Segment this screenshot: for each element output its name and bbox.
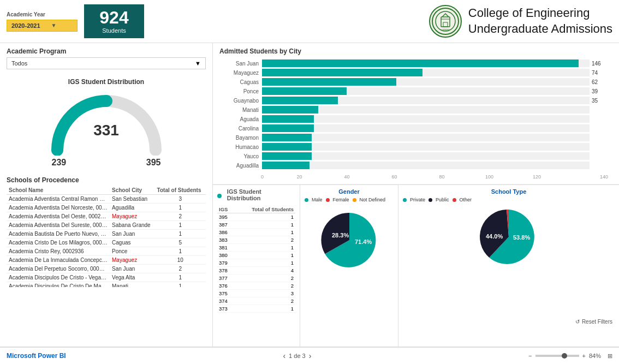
zoom-level: 84% — [589, 353, 601, 359]
female-legend-label: Female — [333, 197, 349, 202]
schools-table-row[interactable]: Academia Discipulos De Cristo De Manati,… — [7, 282, 206, 288]
school-city-cell: San Juan — [110, 265, 155, 273]
zoom-controls: − + 84% ⊞ — [528, 353, 612, 360]
bar-outer — [262, 152, 590, 160]
school-city-cell: Aguadilla — [110, 204, 155, 212]
bar-outer — [262, 59, 590, 67]
reset-icon: ↺ — [575, 319, 580, 325]
header-title-line1: College of Engineering — [468, 6, 590, 20]
igs-total: 1 — [234, 221, 295, 229]
igs-dist-row: 378 4 — [217, 267, 295, 275]
bar-outer — [262, 78, 590, 86]
schools-table-header: School Name School City Total of Student… — [7, 186, 206, 195]
igs-dist-row: 381 1 — [217, 244, 295, 252]
academic-year-block: Academic Year 2020-2021 ▼ — [7, 11, 78, 32]
schools-section: Schools of Procedence School Name School… — [7, 176, 206, 342]
schools-table-row[interactable]: Academia Cristo Rey, 0002936 Ponce 1 — [7, 247, 206, 256]
svg-text:44.0%: 44.0% — [486, 233, 503, 240]
igs-dist-panel: IGS Student Distribution IGS Total of St… — [213, 185, 300, 347]
gender-pie-svg: 71.4% 28.3% — [311, 205, 388, 276]
schools-table-row[interactable]: Academia De La Inmaculada Concepcion, 00… — [7, 256, 206, 265]
schools-table-row[interactable]: Academia Adventista Del Sureste, 0002753… — [7, 221, 206, 230]
bar-inner — [262, 59, 579, 67]
gauge-label-left: 239 — [52, 158, 67, 168]
igs-value: 380 — [217, 252, 234, 259]
igs-value: 381 — [217, 244, 234, 252]
other-legend-dot — [453, 198, 456, 202]
igs-value: 376 — [217, 282, 234, 290]
next-page-btn[interactable]: › — [309, 351, 312, 360]
school-total-cell: 2 — [155, 212, 206, 221]
bar-row: Humacao — [224, 143, 608, 151]
page-indicator: 1 de 3 — [289, 353, 306, 359]
igs-value: 395 — [217, 213, 234, 221]
school-name-cell: Academia Adventista Del Norceste, 000282… — [7, 204, 110, 212]
reset-filters-btn[interactable]: ↺ Reset Filters — [575, 319, 612, 325]
fit-screen-icon[interactable]: ⊞ — [608, 353, 612, 360]
bar-inner — [262, 152, 312, 160]
svg-text:28.3%: 28.3% — [332, 232, 349, 238]
school-type-pie-svg: 53.8% 44.0% — [465, 201, 552, 278]
svg-rect-2 — [441, 17, 450, 27]
prev-page-btn[interactable]: ‹ — [283, 351, 285, 360]
school-name-cell: Academia Cristo De Los Milagros, 0002845 — [7, 238, 110, 247]
school-name-cell: Academia Cristo Rey, 0002936 — [7, 247, 110, 256]
zoom-plus[interactable]: + — [582, 353, 586, 359]
academic-year-label: Academic Year — [7, 11, 78, 17]
bar-label: Manati — [224, 107, 262, 113]
bar-row: Guaynabo 35 — [224, 97, 608, 104]
gauge-container: 331 — [46, 90, 166, 156]
gauge-label-right: 395 — [146, 158, 161, 168]
bar-label: Yauco — [224, 153, 262, 159]
zoom-thumb[interactable] — [562, 353, 567, 359]
bar-label: Ponce — [224, 88, 262, 94]
schools-table-row[interactable]: Academia Adventista Central Ramon Rivera… — [7, 195, 206, 204]
notdefined-legend-dot — [353, 198, 356, 202]
school-total-cell: 1 — [155, 273, 206, 282]
bar-row: Caguas 62 — [224, 78, 608, 86]
igs-total: 2 — [234, 297, 295, 305]
bar-value: 39 — [592, 88, 608, 94]
igs-dist-row: 386 1 — [217, 229, 295, 236]
igs-dist-row: 375 3 — [217, 290, 295, 297]
program-dropdown[interactable]: Todos ▼ — [7, 57, 206, 69]
program-section-title: Academic Program — [7, 47, 206, 55]
school-city-cell: Manati — [110, 282, 155, 288]
igs-chart-area: IGS Student Distribution 331 239 395 — [7, 74, 206, 172]
bar-row: Aguadilla — [224, 162, 608, 169]
zoom-minus[interactable]: − — [528, 353, 532, 359]
igs-value: 378 — [217, 267, 234, 275]
header-title-line2: Undergraduate Admissions — [468, 22, 612, 35]
school-name-cell: Academia Adventista Del Oeste, 0002942 — [7, 212, 110, 221]
schools-table-row[interactable]: Academia Cristo De Los Milagros, 0002845… — [7, 238, 206, 247]
igs-dist-row: 374 2 — [217, 297, 295, 305]
igs-dist-row: 387 1 — [217, 221, 295, 229]
schools-table-row[interactable]: Academia Discipulos De Cristo - Vega Alt… — [7, 273, 206, 282]
bar-label: Bayamon — [224, 135, 262, 141]
academic-year-dropdown[interactable]: 2020-2021 ▼ — [7, 20, 78, 32]
col-total-students: Total of Students — [155, 186, 206, 195]
bar-outer — [262, 134, 590, 141]
igs-total: 2 — [234, 236, 295, 244]
schools-table-row[interactable]: Academia Del Perpetuo Socorro, 0002973 S… — [7, 265, 206, 273]
zoom-slider[interactable] — [535, 355, 579, 357]
schools-title: Schools of Procedence — [7, 176, 206, 184]
bar-label: Caguas — [224, 79, 262, 85]
program-value: Todos — [11, 60, 27, 67]
pagination: ‹ 1 de 3 › — [283, 351, 311, 360]
bar-row: Manati — [224, 106, 608, 114]
bar-chart-area: San Juan 146 Mayaguez 74 Caguas 62 Ponce… — [219, 57, 612, 173]
igs-value: 379 — [217, 259, 234, 267]
powerbi-link[interactable]: Microsoft Power BI — [7, 352, 66, 360]
schools-table-row[interactable]: Academia Adventista Del Norceste, 000282… — [7, 204, 206, 212]
igs-total: 1 — [234, 252, 295, 259]
school-total-cell: 5 — [155, 238, 206, 247]
gender-legend: Male Female Not Defined — [305, 197, 394, 202]
gender-title: Gender — [305, 188, 394, 195]
bar-outer — [262, 115, 590, 123]
schools-table-row[interactable]: Academia Bautista De Puerto Nuevo, 00027… — [7, 230, 206, 238]
col-igs: IGS — [217, 206, 234, 213]
schools-table-row[interactable]: Academia Adventista Del Oeste, 0002942 M… — [7, 212, 206, 221]
school-name-cell: Academia Bautista De Puerto Nuevo, 00027… — [7, 230, 110, 238]
school-city-cell: Mayaguez — [110, 256, 155, 265]
